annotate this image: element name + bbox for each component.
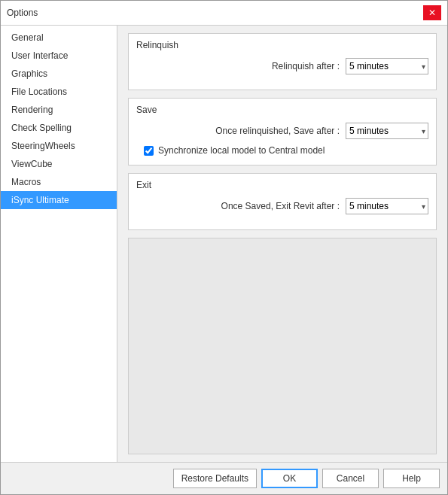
sidebar-item-macros[interactable]: Macros [1,173,117,191]
sidebar-item-user-interface[interactable]: User Interface [1,47,117,65]
save-dropdown-wrapper: 5 minutes 10 minutes 15 minutes 30 minut… [346,123,428,139]
footer: Restore Defaults OK Cancel Help [1,462,447,494]
save-title: Save [136,105,428,115]
sidebar-item-file-locations[interactable]: File Locations [1,83,117,101]
relinquish-label: Relinquish after : [272,61,340,71]
title-bar: Options ✕ [1,1,447,26]
sidebar-item-rendering[interactable]: Rendering [1,101,117,119]
exit-dropdown-wrapper: 5 minutes 10 minutes 15 minutes 30 minut… [346,198,428,214]
sidebar-item-isync-ultimate[interactable]: iSync Ultimate [1,191,117,209]
close-button[interactable]: ✕ [423,5,441,20]
main-content: General User Interface Graphics File Loc… [1,26,447,462]
sync-checkbox-row: Synchronize local model to Central model [136,145,428,156]
sync-label: Synchronize local model to Central model [158,145,325,156]
exit-title: Exit [136,180,428,190]
sidebar-item-steering-wheels[interactable]: SteeringWheels [1,137,117,155]
relinquish-section: Relinquish Relinquish after : 5 minutes … [128,33,437,90]
content-area: Relinquish Relinquish after : 5 minutes … [117,26,447,462]
sidebar-item-viewcube[interactable]: ViewCube [1,155,117,173]
relinquish-title: Relinquish [136,40,428,50]
exit-dropdown[interactable]: 5 minutes 10 minutes 15 minutes 30 minut… [346,198,428,214]
relinquish-row: Relinquish after : 5 minutes 10 minutes … [136,58,428,74]
ok-button[interactable]: OK [261,469,318,488]
options-window: Options ✕ General User Interface Graphic… [0,0,448,495]
relinquish-dropdown[interactable]: 5 minutes 10 minutes 15 minutes 30 minut… [346,58,428,74]
sidebar-item-graphics[interactable]: Graphics [1,65,117,83]
save-dropdown[interactable]: 5 minutes 10 minutes 15 minutes 30 minut… [346,123,428,139]
sidebar-item-general[interactable]: General [1,29,117,47]
relinquish-dropdown-wrapper: 5 minutes 10 minutes 15 minutes 30 minut… [346,58,428,74]
lower-empty-area [128,238,437,454]
save-row: Once relinquished, Save after : 5 minute… [136,123,428,139]
save-label: Once relinquished, Save after : [215,126,340,136]
sidebar: General User Interface Graphics File Loc… [1,26,117,462]
restore-defaults-button[interactable]: Restore Defaults [173,469,257,488]
cancel-button[interactable]: Cancel [322,469,379,488]
sync-checkbox[interactable] [144,146,154,156]
help-button[interactable]: Help [383,469,440,488]
exit-label: Once Saved, Exit Revit after : [221,201,340,211]
save-section: Save Once relinquished, Save after : 5 m… [128,98,437,166]
window-title: Options [7,8,38,18]
exit-section: Exit Once Saved, Exit Revit after : 5 mi… [128,173,437,230]
sidebar-item-check-spelling[interactable]: Check Spelling [1,119,117,137]
exit-row: Once Saved, Exit Revit after : 5 minutes… [136,198,428,214]
